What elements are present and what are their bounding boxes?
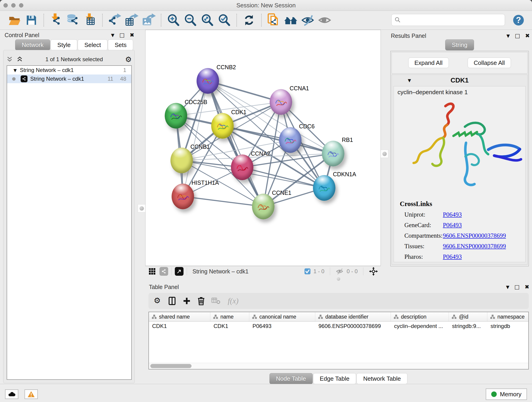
tab-sets[interactable]: Sets [108,39,133,51]
network-row[interactable]: String Network – cdk1 11 48 [7,75,131,83]
results-panel-close-icon[interactable]: ✖ [525,32,530,39]
open-session-button[interactable] [7,13,22,28]
table-cell[interactable]: CDK1 [149,322,210,331]
export-network-button[interactable] [108,13,122,28]
zoom-selected-button[interactable] [217,13,231,28]
table-cell[interactable]: stringdb:9... [449,322,487,331]
export-table-button[interactable] [125,13,139,28]
memory-button[interactable]: Memory [486,389,527,400]
import-database-button[interactable] [66,13,80,28]
node-CCNA1[interactable] [270,89,292,115]
table-cell[interactable]: CDK1 [210,322,249,331]
node-CCNB2[interactable] [196,68,219,94]
warning-status-button[interactable] [25,389,38,399]
tab-style[interactable]: Style [51,39,77,51]
table-settings-button[interactable]: ⚙ [152,296,162,306]
fit-crosshair-icon[interactable] [369,267,378,276]
grid-view-button[interactable] [148,267,156,275]
results-panel-float-icon[interactable]: ▼ [507,33,510,38]
edge-CCNB2-CCNE1[interactable] [208,81,263,206]
node-table: shared namenamecanonical namedatabase id… [148,312,529,370]
expand-all-icon[interactable] [16,56,23,63]
control-panel-maximize-icon[interactable]: □ [119,32,125,38]
table-row[interactable]: CDK1CDK1P064939606.ENSP00000378699cyclin… [149,322,528,331]
edge-CCNE1-HIST1H1A[interactable] [183,196,263,206]
add-column-button[interactable] [182,296,191,306]
node-CCNA2[interactable] [231,154,253,180]
column-header-namespace[interactable]: namespace [487,312,529,321]
column-header-database-identifier[interactable]: database identifier [315,312,391,321]
network-graph: CCNB2CCNA1CDC25BCDK1CDC6RB1CCNB1CCNA2CDK… [146,30,380,266]
export-image-button[interactable] [142,13,156,28]
show-all-button[interactable] [317,13,332,28]
node-CCNE1[interactable] [252,194,274,219]
control-panel-float-icon[interactable]: ▼ [111,32,114,38]
tab-edge-table[interactable]: Edge Table [313,373,356,384]
tab-select[interactable]: Select [78,39,108,51]
help-button[interactable]: ? [512,14,525,26]
network-view-button[interactable] [159,267,168,276]
selected-checkbox-icon[interactable] [304,268,311,275]
crosslink-link[interactable]: 9606.ENSP00000378699 [443,243,506,253]
collapse-all-icon[interactable] [6,56,13,63]
network-canvas[interactable]: CCNB2CCNA1CDC25BCDK1CDC6RB1CCNB1CCNA2CDK… [145,30,381,266]
gene-panel-header[interactable]: ▼ CDK1 [392,75,527,86]
crosslink-link[interactable]: 9606.ENSP00000378699 [443,232,506,243]
column-header--id[interactable]: @id [449,312,487,321]
network-options-gear-icon[interactable]: ⚙ [125,55,132,64]
birdseye-button[interactable] [175,267,184,276]
import-table-button[interactable] [83,13,97,28]
crosslink-link[interactable]: P06493 [443,211,462,222]
collection-expander-icon[interactable]: ▼ [13,68,17,73]
node-CDC6[interactable] [279,127,302,153]
column-header-shared-name[interactable]: shared name [149,312,210,321]
home-button[interactable] [284,13,298,28]
show-columns-button[interactable] [168,296,177,306]
zoom-out-button[interactable] [183,13,197,28]
table-horizontal-scrollbar[interactable] [149,363,528,369]
node-HIST1H1A[interactable] [172,184,194,209]
delete-column-button[interactable] [197,296,205,306]
search-input[interactable] [403,15,505,25]
node-CDC25B[interactable] [165,103,187,128]
tab-node-table[interactable]: Node Table [269,373,313,384]
table-cell[interactable]: P06493 [249,322,315,331]
column-header-description[interactable]: description [391,312,449,321]
table-panel-close-icon[interactable]: ✖ [525,284,529,290]
collapse-all-button[interactable]: Collapse All [468,57,511,68]
horizontal-splitter-handle[interactable] [337,277,340,281]
left-splitter-handle[interactable] [138,204,146,212]
scrollbar-thumb[interactable] [150,364,191,368]
column-header-name[interactable]: name [210,312,249,321]
export-image-icon [142,13,156,27]
table-panel-maximize-icon[interactable]: □ [514,284,520,290]
table-cell[interactable]: 9606.ENSP00000378699 [315,322,391,331]
crosslink-link[interactable]: P06493 [443,253,462,264]
table-cell[interactable]: stringdb [487,322,529,331]
expand-all-button[interactable]: Expand All [408,57,449,68]
tab-network-table[interactable]: Network Table [356,373,407,384]
network-collection-row[interactable]: ▼ String Network – cdk1 1 [7,66,131,75]
hide-selected-button[interactable] [301,13,315,28]
control-panel-close-icon[interactable]: ✖ [130,32,134,38]
node-CCNB1[interactable] [171,148,193,173]
table-cell[interactable]: cyclin–dependent ... [391,322,449,331]
node-CDKN1A[interactable] [313,175,336,201]
cloud-status-button[interactable] [5,389,18,399]
save-session-button[interactable] [24,13,38,28]
results-panel-maximize-icon[interactable]: □ [515,32,520,39]
tab-network[interactable]: Network [15,39,50,51]
gene-expander-icon[interactable]: ▼ [408,78,411,83]
copy-style-button[interactable] [267,13,281,28]
import-network-button[interactable] [49,13,63,28]
tab-string[interactable]: String [445,39,474,51]
edge-CCNB2-HIST1H1A[interactable] [183,81,208,196]
crosslink-link[interactable]: P06493 [443,222,462,232]
column-header-canonical-name[interactable]: canonical name [249,312,315,321]
refresh-button[interactable] [242,13,256,28]
node-CDK1[interactable] [211,113,234,139]
zoom-in-button[interactable] [166,13,181,28]
table-panel-float-icon[interactable]: ▼ [506,284,510,289]
node-RB1[interactable] [322,141,344,166]
zoom-fit-button[interactable] [200,13,215,28]
